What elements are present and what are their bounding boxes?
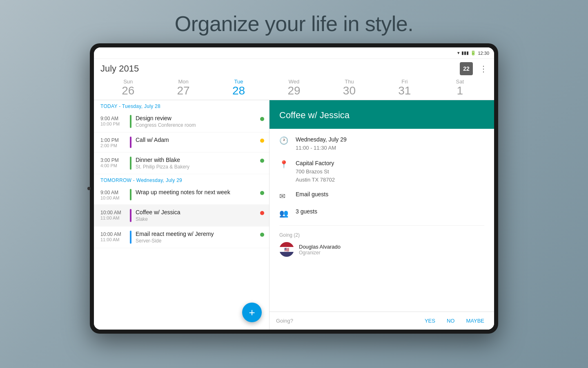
event-subtitle: Server-Side: [136, 238, 258, 244]
status-bar: ▾ ▮▮▮ 🔋 12:30: [94, 47, 494, 59]
agenda-panel: TODAY - Tuesday, July 28 9:00 AM 10:00 P…: [94, 100, 270, 330]
event-dot: [260, 117, 264, 121]
week-row: Sun 26 Mon 27 Tue 28 Wed 29 Thu 30: [100, 79, 488, 100]
day-num-thu: 30: [343, 85, 356, 97]
event-time: 10:00 AM 11:00 AM: [100, 209, 130, 222]
time-start: 9:00 AM: [100, 116, 130, 121]
tablet-device: ▾ ▮▮▮ 🔋 12:30 July 2015 22 ⋮ Sun 26: [90, 43, 498, 334]
time-start: 10:00 AM: [100, 231, 130, 237]
email-icon: ✉: [279, 192, 289, 201]
detail-header: Coffee w/ Jessica: [270, 100, 494, 129]
event-coffee-jessica[interactable]: 10:00 AM 11:00 AM Coffee w/ Jessica Slak…: [94, 205, 269, 227]
divider: [279, 225, 484, 226]
day-fri[interactable]: Fri 31: [377, 79, 432, 97]
calendar-icon-button[interactable]: 22: [460, 62, 473, 75]
datetime-line1: Wednesday, July 29: [296, 135, 347, 144]
day-name-sun: Sun: [123, 79, 133, 85]
event-title: Wrap up meeting notes for next week: [136, 189, 258, 195]
time-end: 11:00 AM: [100, 237, 130, 242]
event-email-react[interactable]: 10:00 AM 11:00 AM Email react meeting w/…: [94, 227, 269, 248]
day-num-fri: 31: [398, 85, 411, 97]
day-sat[interactable]: Sat 1: [432, 79, 488, 97]
day-num-wed: 29: [287, 85, 300, 97]
guest-row: 🇺🇸 Douglas Alvarado Ogranizer: [279, 242, 484, 257]
event-wrap-up[interactable]: 9:00 AM 10:00 AM Wrap up meeting notes f…: [94, 185, 269, 205]
detail-location-row: 📍 Capital Factory 700 Brazos St Austin T…: [279, 159, 484, 184]
day-num-mon: 27: [177, 85, 190, 97]
clock: 12:30: [478, 51, 489, 56]
time-end: 10:00 PM: [100, 121, 130, 126]
detail-location: Capital Factory 700 Brazos St Austin TX …: [296, 159, 335, 184]
wifi-icon: ▾: [457, 50, 460, 56]
detail-email-row[interactable]: ✉ Email guests: [279, 191, 484, 201]
event-dot: [260, 211, 264, 215]
day-name-sat: Sat: [456, 79, 464, 85]
page-headline: Organize your life in style.: [175, 11, 413, 36]
event-subtitle: Congress Conference room: [136, 122, 258, 128]
time-end: 11:00 AM: [100, 215, 130, 220]
rsvp-bar: Going? YES NO MAYBE: [270, 312, 494, 330]
event-time: 9:00 AM 10:00 PM: [100, 115, 130, 128]
event-title: Email react meeting w/ Jeremy: [136, 231, 258, 237]
day-name-thu: Thu: [345, 79, 354, 85]
event-details: Wrap up meeting notes for next week: [136, 189, 258, 200]
email-guests-label: Email guests: [296, 191, 328, 197]
guest-role: Ogranizer: [299, 250, 341, 256]
event-title: Dinner with Blake: [136, 157, 258, 163]
event-dot: [260, 159, 264, 163]
event-subtitle: Slake: [136, 216, 258, 222]
location-addr1: 700 Brazos St: [296, 168, 335, 176]
datetime-line2: 11:00 - 11:30 AM: [296, 144, 347, 152]
event-dinner-blake[interactable]: 3:00 PM 4:00 PM Dinner with Blake St. Ph…: [94, 153, 269, 174]
day-name-fri: Fri: [401, 79, 408, 85]
time-end: 4:00 PM: [100, 163, 130, 168]
detail-event-title: Coffee w/ Jessica: [279, 110, 484, 121]
rsvp-no-button[interactable]: NO: [443, 316, 458, 325]
detail-guests-row[interactable]: 👥 3 guests: [279, 208, 484, 218]
clock-icon: 🕐: [279, 136, 289, 145]
event-dot: [260, 191, 264, 195]
calendar-title: July 2015: [100, 63, 139, 74]
location-addr2: Austin TX 78702: [296, 176, 335, 184]
day-thu[interactable]: Thu 30: [322, 79, 377, 97]
going-label: Going (2): [279, 232, 484, 238]
guest-info: Douglas Alvarado Ogranizer: [299, 244, 341, 256]
rsvp-yes-button[interactable]: YES: [421, 316, 439, 325]
rsvp-maybe-button[interactable]: MAYBE: [463, 316, 488, 325]
location-icon: 📍: [279, 160, 289, 169]
day-num-tue: 28: [232, 85, 245, 97]
day-sun[interactable]: Sun 26: [100, 79, 156, 97]
time-end: 10:00 AM: [100, 195, 130, 200]
guest-avatar: 🇺🇸: [279, 242, 294, 257]
day-name-wed: Wed: [289, 79, 300, 85]
event-title: Call w/ Adam: [136, 137, 258, 143]
day-num-sat: 1: [457, 85, 463, 97]
today-label: TODAY - Tuesday, July 28: [94, 100, 269, 111]
calendar-title-row: July 2015 22 ⋮: [100, 62, 488, 75]
day-name-mon: Mon: [178, 79, 188, 85]
status-icons: ▾ ▮▮▮ 🔋 12:30: [457, 50, 489, 56]
fab-add-event[interactable]: +: [242, 303, 262, 322]
event-color-bar: [130, 231, 131, 244]
time-start: 1:00 PM: [100, 137, 130, 143]
event-color-bar: [130, 189, 131, 200]
more-options-icon[interactable]: ⋮: [479, 64, 488, 74]
event-dot: [260, 139, 264, 143]
side-camera: [87, 187, 91, 190]
event-time: 9:00 AM 10:00 AM: [100, 189, 130, 200]
detail-body: 🕐 Wednesday, July 29 11:00 - 11:30 AM 📍 …: [270, 129, 494, 312]
event-details: Coffee w/ Jessica Slake: [136, 209, 258, 222]
rsvp-question: Going?: [276, 318, 416, 324]
time-start: 3:00 PM: [100, 157, 130, 163]
day-mon[interactable]: Mon 27: [156, 79, 211, 97]
event-design-review[interactable]: 9:00 AM 10:00 PM Design review Congress …: [94, 111, 269, 132]
event-title: Design review: [136, 115, 258, 121]
event-dot: [260, 233, 264, 237]
day-tue-today[interactable]: Tue 28: [211, 79, 266, 97]
day-wed[interactable]: Wed 29: [266, 79, 321, 97]
event-call-adam[interactable]: 1:00 PM 2:00 PM Call w/ Adam: [94, 132, 269, 153]
event-details: Call w/ Adam: [136, 137, 258, 148]
detail-datetime-row: 🕐 Wednesday, July 29 11:00 - 11:30 AM: [279, 135, 484, 152]
event-title: Coffee w/ Jessica: [136, 209, 258, 215]
detail-panel: Coffee w/ Jessica 🕐 Wednesday, July 29 1…: [270, 100, 494, 330]
